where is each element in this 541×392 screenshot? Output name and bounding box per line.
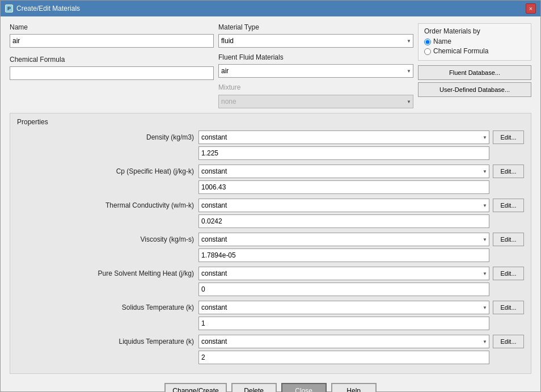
radio-name-item: Name <box>424 37 525 46</box>
viscosity-value-input[interactable] <box>198 248 489 262</box>
thermal-conductivity-label: Thermal Conductivity (w/m-k) <box>17 201 198 209</box>
solidus-method-select[interactable]: constant <box>198 301 489 314</box>
thermal-method-select[interactable]: constant <box>198 199 489 212</box>
property-liquidus-temp: Liquidus Temperature (k) constant Edit..… <box>17 335 524 364</box>
property-cp: Cp (Specific Heat) (j/kg-k) constant Edi… <box>17 165 524 194</box>
property-melting-heat: Pure Solvent Melting Heat (j/kg) constan… <box>17 267 524 296</box>
density-edit-button[interactable]: Edit... <box>493 130 524 144</box>
liquidus-edit-button[interactable]: Edit... <box>493 335 524 348</box>
user-defined-database-button[interactable]: User-Defined Database... <box>418 82 531 97</box>
dialog-title: Create/Edit Materials <box>16 5 80 12</box>
thermal-value-input[interactable] <box>198 214 489 228</box>
right-section: Order Materials by Name Chemical Formula… <box>418 23 531 97</box>
material-type-label: Material Type <box>218 23 413 31</box>
cp-value-input[interactable] <box>198 180 489 194</box>
melting-value-input[interactable] <box>198 283 489 296</box>
cp-method-select[interactable]: constant <box>198 165 489 178</box>
cp-label: Cp (Specific Heat) (j/kg-k) <box>17 167 198 175</box>
solidus-value-input[interactable] <box>198 317 489 330</box>
viscosity-label: Viscosity (kg/m-s) <box>17 235 198 243</box>
middle-fields: Material Type fluid solid mixture Fluent… <box>218 23 413 108</box>
chemical-formula-label: Chemical Formula <box>10 56 214 64</box>
mixture-label: Mixture <box>218 83 413 91</box>
database-buttons: Fluent Database... User-Defined Database… <box>418 65 531 97</box>
density-label: Density (kg/m3) <box>17 133 198 141</box>
density-value-input[interactable] <box>198 146 489 160</box>
help-button[interactable]: Help <box>331 383 377 392</box>
solidus-edit-button[interactable]: Edit... <box>493 301 524 314</box>
properties-title: Properties <box>17 118 524 126</box>
solidus-label: Solidus Temperature (k) <box>17 304 198 311</box>
app-icon: P <box>5 5 13 12</box>
delete-button[interactable]: Delete <box>231 383 277 392</box>
dialog-window: P Create/Edit Materials × Name Chemical … <box>0 0 541 392</box>
top-section: Name Chemical Formula Material Type flui… <box>10 23 531 108</box>
melting-heat-label: Pure Solvent Melting Heat (j/kg) <box>17 269 198 277</box>
radio-name[interactable] <box>424 39 431 45</box>
liquidus-value-input[interactable] <box>198 351 489 364</box>
chemical-formula-input[interactable] <box>10 66 214 80</box>
material-type-select[interactable]: fluid solid mixture <box>218 34 413 48</box>
thermal-edit-button[interactable]: Edit... <box>493 199 524 212</box>
order-group: Order Materials by Name Chemical Formula <box>418 23 531 61</box>
density-method-select[interactable]: constant <box>198 130 489 144</box>
close-button[interactable]: × <box>526 3 536 14</box>
radio-name-label: Name <box>433 37 451 45</box>
property-viscosity: Viscosity (kg/m-s) constant Edit... <box>17 233 524 262</box>
order-title: Order Materials by <box>424 27 525 35</box>
properties-section: Properties Density (kg/m3) constant Edit… <box>10 113 531 374</box>
viscosity-method-select[interactable]: constant <box>198 233 489 246</box>
viscosity-edit-button[interactable]: Edit... <box>493 233 524 246</box>
title-bar: P Create/Edit Materials × <box>1 1 540 16</box>
close-dialog-button[interactable]: Close <box>281 383 327 392</box>
liquidus-label: Liquidus Temperature (k) <box>17 338 198 345</box>
name-input[interactable] <box>10 34 214 48</box>
fluent-fluid-select[interactable]: air water nitrogen oxygen <box>218 64 413 78</box>
bottom-buttons: Change/Create Delete Close Help <box>10 378 531 392</box>
radio-chemical-label: Chemical Formula <box>433 47 488 55</box>
fluent-fluid-label: Fluent Fluid Materials <box>218 53 413 61</box>
radio-chemical[interactable] <box>424 48 431 55</box>
dialog-body: Name Chemical Formula Material Type flui… <box>1 16 540 392</box>
property-solidus-temp: Solidus Temperature (k) constant Edit... <box>17 301 524 330</box>
radio-chemical-item: Chemical Formula <box>424 47 525 56</box>
melting-method-select[interactable]: constant <box>198 267 489 280</box>
melting-edit-button[interactable]: Edit... <box>493 267 524 280</box>
cp-edit-button[interactable]: Edit... <box>493 165 524 178</box>
mixture-select[interactable]: none <box>218 95 413 108</box>
property-density: Density (kg/m3) constant Edit... <box>17 130 524 160</box>
left-fields: Name Chemical Formula <box>10 23 214 80</box>
property-thermal-conductivity: Thermal Conductivity (w/m-k) constant Ed… <box>17 199 524 228</box>
name-label: Name <box>10 23 214 31</box>
fluent-database-button[interactable]: Fluent Database... <box>418 65 531 80</box>
liquidus-method-select[interactable]: constant <box>198 335 489 348</box>
change-create-button[interactable]: Change/Create <box>164 383 226 392</box>
